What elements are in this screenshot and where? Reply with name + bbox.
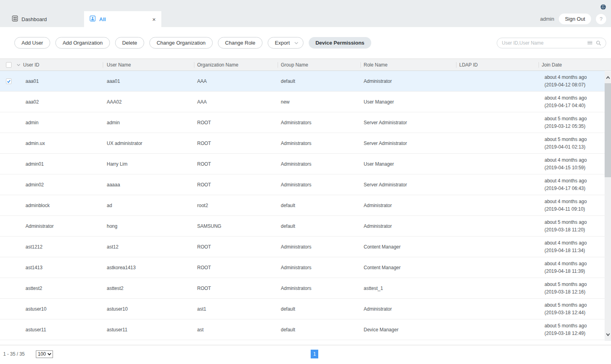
column-header-organization-name[interactable]: Organization Name [194, 62, 278, 68]
group-name-cell: Administrators [278, 286, 360, 291]
user-id-cell: admin [18, 120, 103, 125]
table-row[interactable]: admin.uxUX administratorROOTAdministrato… [0, 133, 605, 154]
add-user-button[interactable]: Add User [14, 37, 50, 49]
role-name-cell: Server Administrator [360, 182, 456, 188]
role-name-cell: Administrator [360, 203, 456, 208]
organization-name-cell: AAA [194, 99, 278, 105]
organization-name-cell: SAMSUNG [194, 223, 278, 229]
globe-icon[interactable] [600, 4, 606, 10]
organization-name-cell: ROOT [194, 244, 278, 250]
organization-name-cell: ROOT [194, 120, 278, 125]
column-header-group-name[interactable]: Group Name [278, 62, 360, 68]
user-id-cell: ast1212 [18, 244, 103, 250]
group-name-cell: default [278, 306, 360, 312]
join-date-cell: about 4 months ago(2019-04-15 10:59) [539, 157, 605, 172]
join-date-cell: about 4 months ago(2019-04-17 06:43) [539, 177, 605, 192]
row-checkbox[interactable] [6, 78, 12, 84]
export-label: Export [275, 40, 290, 46]
chevron-down-icon [294, 42, 298, 44]
tab-dashboard[interactable]: Dashboard [12, 11, 47, 27]
vertical-scrollbar[interactable] [605, 71, 611, 341]
export-dropdown[interactable]: Export [268, 37, 304, 49]
table-row[interactable]: AdministratorhongSAMSUNGdefaultAdministr… [0, 216, 605, 237]
table-row[interactable]: admin01Harry LimROOTAdministratorsUser M… [0, 154, 605, 174]
change-organization-button[interactable]: Change Organization [149, 37, 213, 49]
help-button[interactable]: ? [596, 14, 606, 24]
join-date-cell: about 4 months ago(2019-04-18 11:39) [539, 260, 605, 275]
tab-all-label: All [99, 16, 149, 22]
scroll-down-arrow-icon[interactable] [605, 330, 611, 339]
role-name-cell: Server Administrator [360, 120, 456, 125]
organization-name-cell: ROOT [194, 161, 278, 167]
organization-name-cell: ROOT [194, 286, 278, 291]
role-name-cell: Administrator [360, 306, 456, 312]
join-date-cell: about 5 months ago(2019-03-12 05:35) [539, 115, 605, 130]
table-body: aaa01aaa01AAAdefaultAdministratorabout 4… [0, 71, 611, 340]
delete-button[interactable]: Delete [115, 37, 145, 49]
search-input[interactable] [502, 40, 584, 46]
column-header-user-name[interactable]: User Name [103, 62, 194, 68]
tab-all[interactable]: All × [84, 11, 161, 27]
filter-menu-icon[interactable] [588, 41, 592, 45]
organization-name-cell: ast1 [194, 306, 278, 312]
user-name-cell: asttest2 [103, 286, 194, 291]
user-id-cell: Administrator [18, 223, 103, 229]
user-table: User ID User Name Organization Name Grou… [0, 59, 611, 340]
select-all-checkbox-cell[interactable] [0, 62, 18, 68]
table-row[interactable]: adminblockadroot2defaultAdministratorabo… [0, 195, 605, 216]
table-row[interactable]: aaa02AAA02AAAnewUser Managerabout 4 mont… [0, 92, 605, 112]
user-tab-icon [90, 16, 96, 23]
user-name-cell: ast12 [103, 244, 194, 250]
user-name-cell: astkorea1413 [103, 265, 194, 270]
group-name-cell: default [278, 78, 360, 84]
user-name-cell: ad [103, 203, 194, 208]
user-id-cell: aaa02 [18, 99, 103, 105]
organization-name-cell: ast [194, 327, 278, 333]
user-id-cell: ast1413 [18, 265, 103, 270]
group-name-cell: default [278, 223, 360, 229]
group-name-cell: Administrators [278, 244, 360, 250]
row-checkbox-cell[interactable] [0, 78, 18, 84]
table-row[interactable]: ast1212ast12ROOTAdministratorsContent Ma… [0, 237, 605, 257]
table-row[interactable]: asttest2asttest2ROOTAdministratorsasttes… [0, 278, 605, 299]
search-icon[interactable] [596, 40, 601, 45]
user-id-cell: adminblock [18, 203, 103, 208]
column-header-ldap-id[interactable]: LDAP ID [456, 62, 539, 68]
organization-name-cell: ROOT [194, 182, 278, 188]
role-name-cell: Administrator [360, 78, 456, 84]
page-size-select[interactable]: 100 [36, 350, 53, 358]
group-name-cell: Administrators [278, 161, 360, 167]
table-row[interactable]: aaa01aaa01AAAdefaultAdministratorabout 4… [0, 71, 605, 92]
change-role-button[interactable]: Change Role [218, 37, 262, 49]
table-row[interactable]: astuser10astuser10ast1defaultAdministrat… [0, 299, 605, 319]
organization-name-cell: root2 [194, 203, 278, 208]
group-name-cell: default [278, 203, 360, 208]
result-range-label: 1 - 35 / 35 [3, 351, 25, 357]
search-box[interactable] [497, 37, 606, 48]
organization-name-cell: AAA [194, 78, 278, 84]
current-user-label: admin [540, 16, 554, 22]
role-name-cell: Content Manager [360, 244, 456, 250]
table-row[interactable]: admin02aaaaaROOTAdministratorsServer Adm… [0, 174, 605, 195]
column-header-join-date[interactable]: Join Date [539, 62, 611, 68]
sign-out-button[interactable]: Sign Out [559, 14, 591, 24]
page-number-button[interactable]: 1 [311, 350, 318, 358]
scroll-up-arrow-icon[interactable] [605, 73, 611, 82]
close-icon[interactable]: × [152, 16, 156, 22]
group-name-cell: Administrators [278, 182, 360, 188]
table-row[interactable]: adminadminROOTAdministratorsServer Admin… [0, 112, 605, 133]
column-header-user-id[interactable]: User ID [18, 62, 103, 68]
user-id-cell: astuser11 [18, 327, 103, 333]
join-date-cell: about 4 months ago(2019-04-18 11:34) [539, 239, 605, 254]
table-row[interactable]: astuser11astuser11astdefaultDevice Manag… [0, 319, 605, 340]
user-name-cell: astuser11 [103, 327, 194, 333]
tab-dashboard-label: Dashboard [22, 16, 47, 22]
add-organization-button[interactable]: Add Organization [55, 37, 110, 49]
table-row[interactable]: ast1413astkorea1413ROOTAdministratorsCon… [0, 257, 605, 278]
role-name-cell: Server Administrator [360, 141, 456, 146]
scrollbar-thumb[interactable] [605, 83, 611, 177]
select-all-checkbox[interactable] [6, 62, 12, 68]
column-header-role-name[interactable]: Role Name [360, 62, 456, 68]
device-permissions-button[interactable]: Device Permissions [309, 37, 371, 49]
organization-name-cell: ROOT [194, 265, 278, 270]
